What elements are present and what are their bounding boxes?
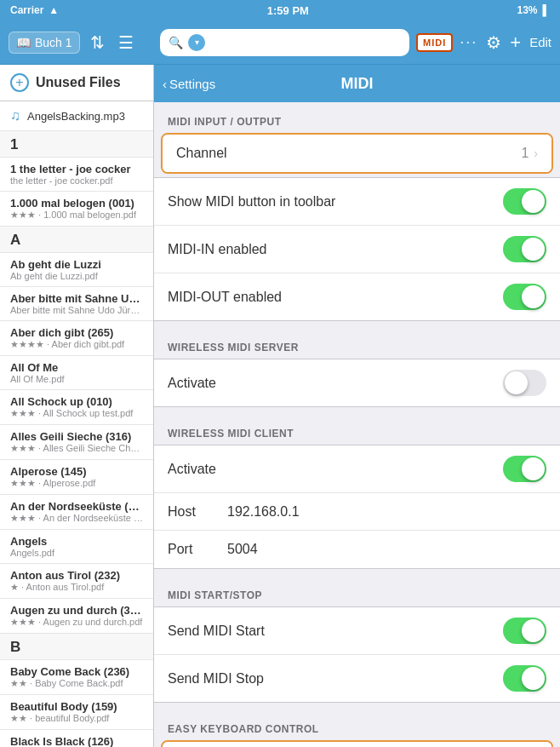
wireless-client-toggle[interactable]: [503, 456, 546, 482]
wireless-client-activate-row[interactable]: Activate: [154, 445, 560, 493]
wifi-icon: ▲: [49, 4, 59, 16]
add-icon[interactable]: +: [510, 32, 521, 54]
list-icon[interactable]: ☰: [115, 29, 137, 56]
search-box: 🔍 ▾: [160, 29, 409, 56]
status-bar: Carrier ▲ 1:59 PM 13% ▌: [0, 0, 560, 20]
list-item[interactable]: Augen zu und durch (314) ★★★ · Augen zu …: [0, 599, 153, 634]
add-file-button[interactable]: +: [10, 73, 29, 92]
send-midi-start-label: Send MIDI Start: [168, 623, 265, 639]
song-title: All Schock up (010): [10, 395, 143, 408]
list-item[interactable]: 1.000 mal belogen (001) ★★★ · 1.000 mal …: [0, 192, 153, 227]
book-button[interactable]: 📖 Buch 1: [9, 32, 80, 54]
send-midi-stop-label: Send MIDI Stop: [168, 671, 264, 687]
sidebar-header: + Unused Files: [0, 65, 153, 101]
song-title: Angels: [10, 535, 143, 548]
port-value: 5004: [227, 542, 258, 557]
song-title: Baby Come Back (236): [10, 665, 143, 678]
send-midi-start-row[interactable]: Send MIDI Start: [154, 607, 560, 655]
edit-button[interactable]: Edit: [529, 35, 551, 49]
wireless-server-activate-row[interactable]: Activate: [154, 359, 560, 406]
song-title: Augen zu und durch (314): [10, 604, 143, 617]
midi-out-toggle[interactable]: [503, 284, 546, 310]
list-item[interactable]: All Schock up (010) ★★★ · All Schock up …: [0, 390, 153, 425]
gear-icon[interactable]: ⚙: [486, 32, 501, 53]
song-subtitle: ★★★ · Alperose.pdf: [10, 478, 143, 489]
song-title: Anton aus Tirol (232): [10, 569, 143, 582]
list-item[interactable]: Aber dich gibt (265) ★★★★ · Aber dich gi…: [0, 321, 153, 356]
right-panel: ‹ Settings MIDI MIDI INPUT / OUTPUT Chan…: [154, 65, 560, 747]
toolbar-right: ··· ⚙ + Edit: [460, 32, 551, 54]
midi-in-toggle[interactable]: [503, 236, 546, 262]
song-title: Ab geht die Luzzi: [10, 258, 143, 271]
midi-out-row[interactable]: MIDI-OUT enabled: [154, 273, 560, 320]
host-value: 192.168.0.1: [227, 504, 300, 520]
port-label: Port: [168, 542, 227, 557]
song-title: 1.000 mal belogen (001): [10, 197, 143, 210]
midi-in-label: MIDI-IN enabled: [168, 242, 267, 257]
main-layout: + Unused Files ♫ AngelsBacking.mp3 1 1 t…: [0, 65, 560, 747]
sort-icon[interactable]: ⇅: [87, 29, 108, 56]
control-mode-row[interactable]: Control mode YAMAHA Tyros Registrations …: [163, 742, 551, 747]
song-title: Beautiful Body (159): [10, 700, 143, 713]
wireless-server-toggle[interactable]: [503, 370, 546, 396]
send-midi-start-toggle[interactable]: [503, 618, 546, 644]
send-midi-stop-toggle[interactable]: [503, 665, 546, 692]
wireless-client-activate-label: Activate: [168, 462, 216, 477]
show-midi-button-row[interactable]: Show MIDI button in toolbar: [154, 178, 560, 226]
song-subtitle: Angels.pdf: [10, 548, 143, 558]
list-item[interactable]: Anton aus Tirol (232) ★ · Anton aus Tiro…: [0, 564, 153, 599]
song-title: Alperose (145): [10, 465, 143, 478]
list-item[interactable]: An der Nordseeküste (166.1 ★★★ · An der …: [0, 495, 153, 530]
list-item[interactable]: Alperose (145) ★★★ · Alperose.pdf: [0, 460, 153, 495]
send-midi-stop-row[interactable]: Send MIDI Stop: [154, 655, 560, 702]
list-item[interactable]: ♫ AngelsBacking.mp3: [0, 101, 153, 131]
list-item[interactable]: 1 the letter - joe cocker the letter - j…: [0, 158, 153, 192]
host-row: Host 192.168.0.1: [154, 493, 560, 531]
settings-content: MIDI INPUT / OUTPUT Channel 1 › Show MID…: [154, 102, 560, 747]
song-title: An der Nordseeküste (166.1: [10, 500, 143, 513]
settings-header: ‹ Settings MIDI: [154, 65, 560, 102]
list-item[interactable]: Aber bitte mit Sahne Udo Jü Aber bitte m…: [0, 287, 153, 321]
search-dropdown[interactable]: ▾: [188, 34, 205, 51]
section-label-wireless-server: WIRELESS MIDI SERVER: [154, 328, 560, 359]
back-button[interactable]: ‹ Settings: [163, 77, 215, 91]
host-label: Host: [168, 504, 227, 520]
sidebar: + Unused Files ♫ AngelsBacking.mp3 1 1 t…: [0, 65, 154, 747]
list-item[interactable]: Black Is Black (126) ★ · Black Is Black.…: [0, 730, 153, 747]
channel-number: 1: [521, 146, 529, 161]
list-item[interactable]: Beautiful Body (159) ★★ · beautiful Body…: [0, 695, 153, 730]
list-item[interactable]: Angels Angels.pdf: [0, 530, 153, 564]
section-label-easy-keyboard: EASY KEYBOARD CONTROL: [154, 710, 560, 740]
song-subtitle: Aber bitte mit Sahne Udo Jürgens.p: [10, 305, 143, 315]
port-row: Port 5004: [154, 531, 560, 568]
more-icon[interactable]: ···: [460, 33, 477, 51]
wireless-server-group: Activate: [154, 359, 560, 407]
list-item[interactable]: Alles Geili Sieche (316) ★★★ · Alles Gei…: [0, 425, 153, 460]
wireless-client-group: Activate Host 192.168.0.1 Port 5004: [154, 445, 560, 569]
midi-text: midi: [423, 37, 446, 48]
status-bar-right: 13% ▌: [517, 4, 550, 16]
status-time: 1:59 PM: [267, 4, 309, 17]
midi-out-label: MIDI-OUT enabled: [168, 290, 282, 305]
song-subtitle: ★★★★ · Aber dich gibt.pdf: [10, 339, 143, 350]
song-subtitle: ★★★ · Alles Geili Sieche ChueLe: [10, 443, 143, 454]
song-title: Aber dich gibt (265): [10, 326, 143, 339]
channel-label: Channel: [176, 146, 227, 161]
section-header-a: A: [0, 227, 153, 253]
list-item[interactable]: Baby Come Back (236) ★★ · Baby Come Back…: [0, 660, 153, 695]
song-subtitle: ★★ · Baby Come Back.pdf: [10, 678, 143, 689]
audio-icon: ♫: [10, 108, 20, 124]
list-item[interactable]: All Of Me All Of Me.pdf: [0, 356, 153, 390]
toolbar-left: 📖 Buch 1 ⇅ ☰: [9, 29, 153, 56]
channel-row[interactable]: Channel 1 ›: [163, 135, 551, 172]
song-subtitle: ★★★ · All Schock up test.pdf: [10, 408, 143, 419]
show-midi-toggle[interactable]: [503, 188, 546, 215]
midi-in-row[interactable]: MIDI-IN enabled: [154, 226, 560, 273]
section-header-1: 1: [0, 131, 153, 158]
control-mode-highlight: Control mode YAMAHA Tyros Registrations …: [161, 740, 553, 747]
list-item[interactable]: Ab geht die Luzzi Ab geht die Luzzi.pdf: [0, 253, 153, 287]
show-midi-label: Show MIDI button in toolbar: [168, 194, 335, 210]
start-stop-group: Send MIDI Start Send MIDI Stop: [154, 606, 560, 703]
song-subtitle: ★★★ · An der Nordseeküste Klaus: [10, 513, 143, 524]
song-subtitle: All Of Me.pdf: [10, 374, 143, 384]
